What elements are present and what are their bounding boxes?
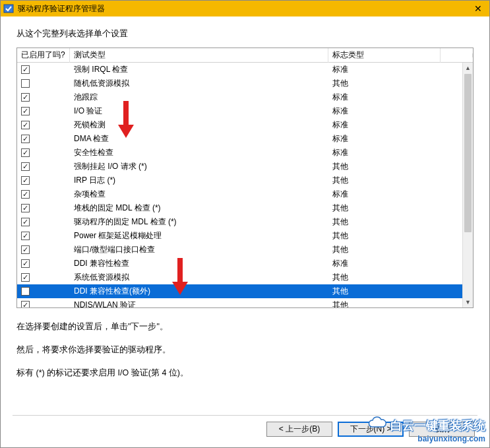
row-checkbox-cell (17, 245, 70, 254)
row-test-label: 随机低资源模拟 (70, 78, 328, 89)
row-flag-label: 标准 (328, 106, 441, 117)
row-checkbox[interactable] (21, 121, 30, 129)
column-header-flag-type[interactable]: 标志类型 (328, 48, 441, 63)
row-flag-label: 标准 (328, 92, 441, 103)
row-checkbox-cell (17, 121, 70, 129)
row-checkbox[interactable] (21, 245, 30, 254)
table-row[interactable]: DDI 兼容性检查(额外)其他 (17, 284, 462, 298)
row-checkbox-cell (17, 65, 70, 74)
table-row[interactable]: Power 框架延迟模糊处理其他 (17, 229, 462, 243)
row-checkbox-cell (17, 273, 70, 282)
table-row[interactable]: 端口/微型端口接口检查其他 (17, 243, 462, 257)
row-test-label: DMA 检查 (70, 133, 328, 144)
row-checkbox-cell (17, 190, 70, 199)
row-checkbox-cell (17, 79, 70, 88)
row-checkbox[interactable] (21, 107, 30, 115)
row-flag-label: 标准 (328, 189, 441, 200)
row-flag-label: 其他 (328, 286, 441, 297)
table-row[interactable]: I/O 验证标准 (17, 104, 462, 118)
row-checkbox-cell (17, 259, 70, 268)
back-button[interactable]: < 上一步(B) (266, 422, 332, 437)
table-row[interactable]: DDI 兼容性检查标准 (17, 257, 462, 271)
column-header-spacer (441, 53, 473, 57)
row-checkbox[interactable] (21, 162, 30, 171)
table-row[interactable]: 系统低资源模拟其他 (17, 271, 462, 284)
row-checkbox[interactable] (21, 176, 30, 185)
row-flag-label: 标准 (328, 133, 441, 144)
row-flag-label: 标准 (328, 147, 441, 158)
row-checkbox[interactable] (21, 79, 30, 88)
row-flag-label: 标准 (328, 119, 441, 131)
row-test-label: Power 框架延迟模糊处理 (70, 230, 328, 241)
table-row[interactable]: 驱动程序的固定 MDL 检查 (*)其他 (17, 215, 462, 229)
window-title: 驱动程序验证程序管理器 (18, 3, 105, 15)
row-checkbox[interactable] (21, 218, 30, 226)
table-row[interactable]: 池跟踪标准 (17, 90, 462, 104)
table-row[interactable]: 随机低资源模拟其他 (17, 77, 462, 90)
table-row[interactable]: DMA 检查标准 (17, 132, 462, 146)
row-checkbox-cell (17, 176, 70, 185)
row-checkbox-cell (17, 93, 70, 102)
listview-body: 强制 IRQL 检查标准随机低资源模拟其他池跟踪标准I/O 验证标准死锁检测标准… (17, 63, 473, 308)
row-checkbox-cell (17, 148, 70, 157)
table-row[interactable]: 死锁检测标准 (17, 118, 462, 132)
row-test-label: DDI 兼容性检查 (70, 258, 328, 269)
table-row[interactable]: NDIS/WLAN 验证其他 (17, 298, 462, 308)
row-checkbox[interactable] (21, 273, 30, 282)
table-row[interactable]: 强制 IRQL 检查标准 (17, 63, 462, 77)
table-row[interactable]: 堆栈的固定 MDL 检查 (*)其他 (17, 201, 462, 215)
row-checkbox-cell (17, 135, 70, 143)
row-checkbox[interactable] (21, 287, 30, 296)
table-row[interactable]: 杂项检查标准 (17, 187, 462, 201)
row-test-label: 驱动程序的固定 MDL 检查 (*) (70, 216, 328, 228)
table-row[interactable]: IRP 日志 (*)其他 (17, 174, 462, 187)
row-checkbox-cell (17, 287, 70, 296)
next-button[interactable]: 下一步(N) > (338, 422, 404, 437)
row-test-label: 死锁检测 (70, 119, 328, 131)
row-checkbox[interactable] (21, 301, 30, 308)
column-header-enabled[interactable]: 已启用了吗? (17, 48, 70, 63)
row-test-label: DDI 兼容性检查(额外) (70, 286, 328, 297)
help-paragraphs: 在选择要创建的设置后，单击"下一步"。 然后，将要求你选择要验证的驱动程序。 标… (16, 321, 474, 379)
row-flag-label: 其他 (328, 203, 441, 214)
scroll-thumb[interactable] (464, 74, 472, 232)
row-checkbox-cell (17, 232, 70, 240)
row-checkbox-cell (17, 218, 70, 226)
row-flag-label: 其他 (328, 161, 441, 172)
row-checkbox[interactable] (21, 65, 30, 74)
row-checkbox[interactable] (21, 190, 30, 199)
row-test-label: 强制挂起 I/O 请求 (*) (70, 161, 328, 172)
row-checkbox-cell (17, 107, 70, 115)
table-row[interactable]: 安全性检查标准 (17, 146, 462, 160)
row-test-label: 端口/微型端口接口检查 (70, 244, 328, 255)
row-flag-label: 其他 (328, 216, 441, 228)
vertical-scrollbar[interactable] (462, 63, 473, 307)
row-checkbox[interactable] (21, 135, 30, 143)
row-test-label: I/O 验证 (70, 106, 328, 117)
instruction-text: 从这个完整列表选择单个设置 (16, 28, 474, 40)
app-icon (3, 3, 14, 14)
listview-header: 已启用了吗? 测试类型 标志类型 (17, 48, 473, 63)
help-text-1: 在选择要创建的设置后，单击"下一步"。 (16, 321, 474, 333)
row-flag-label: 其他 (328, 230, 441, 241)
scroll-down-icon[interactable] (463, 297, 473, 307)
cancel-button[interactable]: 取消 (409, 422, 475, 437)
row-flag-label: 其他 (328, 244, 441, 255)
scroll-up-icon[interactable] (463, 63, 473, 73)
table-row[interactable]: 强制挂起 I/O 请求 (*)其他 (17, 160, 462, 174)
row-checkbox[interactable] (21, 93, 30, 102)
row-test-label: NDIS/WLAN 验证 (70, 300, 328, 308)
row-checkbox[interactable] (21, 148, 30, 157)
row-checkbox[interactable] (21, 259, 30, 268)
help-text-2: 然后，将要求你选择要验证的驱动程序。 (16, 344, 474, 356)
row-test-label: 池跟踪 (70, 92, 328, 103)
row-test-label: 安全性检查 (70, 147, 328, 158)
row-test-label: IRP 日志 (*) (70, 175, 328, 186)
row-checkbox-cell (17, 204, 70, 212)
row-flag-label: 标准 (328, 258, 441, 269)
close-icon[interactable] (467, 1, 489, 16)
column-header-test-type[interactable]: 测试类型 (70, 48, 328, 63)
row-checkbox[interactable] (21, 204, 30, 212)
row-checkbox[interactable] (21, 232, 30, 240)
row-checkbox-cell (17, 162, 70, 171)
